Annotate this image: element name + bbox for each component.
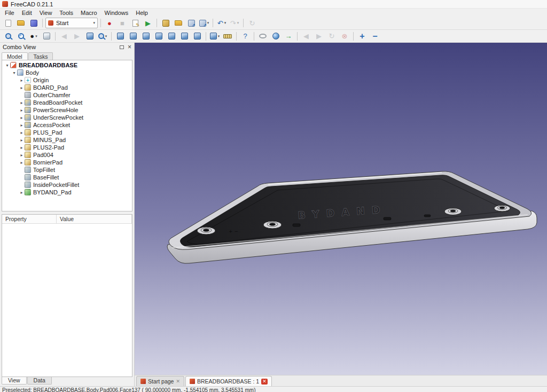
tree-item-bornier-pad[interactable]: BornierPad	[2, 159, 132, 166]
tree-item-outer-chamfer[interactable]: OuterChamfer	[2, 91, 132, 99]
tree-expand-arrow[interactable]	[19, 138, 25, 143]
property-editor-body[interactable]	[2, 224, 132, 377]
tree-expand-arrow[interactable]	[19, 123, 25, 128]
tree-item-access-pocket[interactable]: AccessPocket	[2, 121, 132, 129]
menu-file[interactable]: File	[1, 10, 18, 16]
open-website-button[interactable]	[270, 30, 282, 42]
view-top-button[interactable]	[140, 30, 152, 42]
macro-edit-button[interactable]	[129, 18, 141, 29]
view-right-button[interactable]	[153, 30, 165, 42]
save-file-button[interactable]	[28, 18, 40, 29]
view-fit-all-button[interactable]	[2, 30, 14, 42]
macro-record-button[interactable]: ●	[104, 18, 115, 29]
tree-expand-arrow[interactable]	[19, 78, 25, 83]
tab-data-properties[interactable]: Data	[27, 377, 52, 385]
refresh-button[interactable]: ↻	[246, 18, 258, 29]
3d-viewport[interactable]: BYDAND + −	[135, 43, 547, 375]
make-link-button[interactable]	[185, 18, 197, 29]
menu-edit[interactable]: Edit	[18, 10, 36, 16]
tree-expand-arrow[interactable]	[19, 115, 25, 120]
tree-item-breadboardbase[interactable]: BREADBOARDBASE	[2, 61, 132, 69]
start-page-button[interactable]: →	[283, 30, 294, 42]
workbench-selector[interactable]: Start	[45, 18, 98, 28]
float-panel-icon[interactable]	[120, 45, 124, 49]
create-group-button[interactable]	[173, 18, 184, 29]
menu-tools[interactable]: Tools	[56, 10, 77, 16]
tree-item-plus-pad[interactable]: PLUS_Pad	[2, 129, 132, 136]
zoom-in-button[interactable]: +	[356, 30, 368, 42]
tree-item-plus2-pad[interactable]: PLUS2-Pad	[2, 144, 132, 151]
macro-stop-button[interactable]: ■	[116, 18, 128, 29]
tree-item-base-fillet[interactable]: BaseFillet	[2, 174, 132, 181]
tree-item-body[interactable]: Body	[2, 69, 132, 76]
tree-expand-arrow[interactable]	[19, 100, 25, 105]
tab-start-page[interactable]: Start page ✕	[136, 376, 184, 386]
rotate-left-button[interactable]	[209, 30, 221, 42]
tree-expand-arrow[interactable]	[19, 130, 25, 135]
browser-stop-button[interactable]: ⊗	[339, 30, 350, 42]
tree-item-pad004[interactable]: Pad004	[2, 151, 132, 159]
view-axonometric-button[interactable]	[114, 30, 126, 42]
menu-help[interactable]: Help	[132, 10, 152, 16]
measure-distance-button[interactable]	[222, 30, 233, 42]
draw-style-button[interactable]: ●	[28, 30, 40, 42]
tree-item-minus-pad[interactable]: MINUS_Pad	[2, 136, 132, 144]
tree-expand-arrow[interactable]	[19, 160, 25, 165]
view-home-button[interactable]	[84, 30, 96, 42]
tree-expand-arrow[interactable]	[19, 145, 25, 150]
tab-model[interactable]: Model	[2, 52, 28, 60]
view-forward-button[interactable]: ▶	[71, 30, 83, 42]
tree-expand-arrow[interactable]	[19, 190, 25, 195]
undo-button[interactable]: ↶	[216, 18, 228, 29]
tree-item-origin[interactable]: Origin	[2, 76, 132, 84]
view-rear-button[interactable]	[166, 30, 177, 42]
view-bottom-button[interactable]	[178, 30, 190, 42]
tab-view-properties[interactable]: View	[2, 377, 27, 385]
tree-expand-arrow[interactable]	[19, 108, 25, 113]
view-back-button[interactable]: ◀	[58, 30, 70, 42]
create-part-button[interactable]	[160, 18, 171, 29]
open-file-button[interactable]	[15, 18, 27, 29]
view-left-button[interactable]	[191, 30, 203, 42]
macro-execute-button[interactable]: ▶	[142, 18, 154, 29]
tree-expand-arrow[interactable]	[11, 70, 17, 75]
redo-button[interactable]: ↷	[229, 18, 240, 29]
value-column-header[interactable]: Value	[57, 215, 132, 223]
view-front-button[interactable]	[127, 30, 139, 42]
browser-forward-button[interactable]: ▶	[313, 30, 325, 42]
property-editor-header: Property Value	[2, 215, 132, 224]
menu-macro[interactable]: Macro	[77, 10, 101, 16]
property-column-header[interactable]: Property	[2, 215, 57, 223]
tree-item-power-screw-hole[interactable]: PowerScrewHole	[2, 106, 132, 114]
close-tab-icon[interactable]: ✕	[261, 379, 268, 385]
ellipse-button[interactable]	[257, 30, 269, 42]
tree-item-icon	[25, 84, 31, 91]
new-file-button[interactable]	[2, 18, 14, 29]
browser-back-button[interactable]: ◀	[300, 30, 312, 42]
tree-item-board-pad[interactable]: BOARD_Pad	[2, 84, 132, 91]
zoom-out-button[interactable]: −	[369, 30, 381, 42]
tree-item-under-screw-pocket[interactable]: UnderScrewPocket	[2, 114, 132, 121]
close-tab-icon[interactable]: ✕	[176, 379, 180, 384]
tree-expand-arrow[interactable]	[19, 85, 25, 90]
tree-item-icon	[10, 62, 17, 68]
tree-expand-arrow[interactable]	[19, 153, 25, 158]
tab-tasks[interactable]: Tasks	[28, 52, 53, 60]
view-fit-selection-button[interactable]	[15, 30, 27, 42]
tree-item-breadboard-pocket[interactable]: BreadBoardPocket	[2, 99, 132, 106]
close-panel-icon[interactable]: ×	[128, 44, 131, 50]
menu-view[interactable]: View	[36, 10, 56, 16]
bounding-box-button[interactable]	[41, 30, 52, 42]
make-link-group-button[interactable]	[198, 18, 210, 29]
menu-windows[interactable]: Windows	[101, 10, 132, 16]
tree-expand-arrow[interactable]	[4, 63, 10, 68]
whats-this-button[interactable]: ?	[239, 30, 251, 42]
tree-item-top-fillet[interactable]: TopFillet	[2, 166, 132, 174]
tab-document[interactable]: BREADBOARDBASE : 1 ✕	[185, 376, 272, 386]
menu-bar: File Edit View Tools Macro Windows Help	[0, 9, 547, 17]
tree-item-inside-pocket-fillet[interactable]: InsidePocketFillet	[2, 181, 132, 189]
toolbar-separator	[110, 30, 113, 42]
zoom-tools-button[interactable]	[97, 30, 108, 42]
tree-item-bydand-pad[interactable]: BYDAND_Pad	[2, 189, 132, 196]
browser-refresh-button[interactable]: ↻	[326, 30, 338, 42]
